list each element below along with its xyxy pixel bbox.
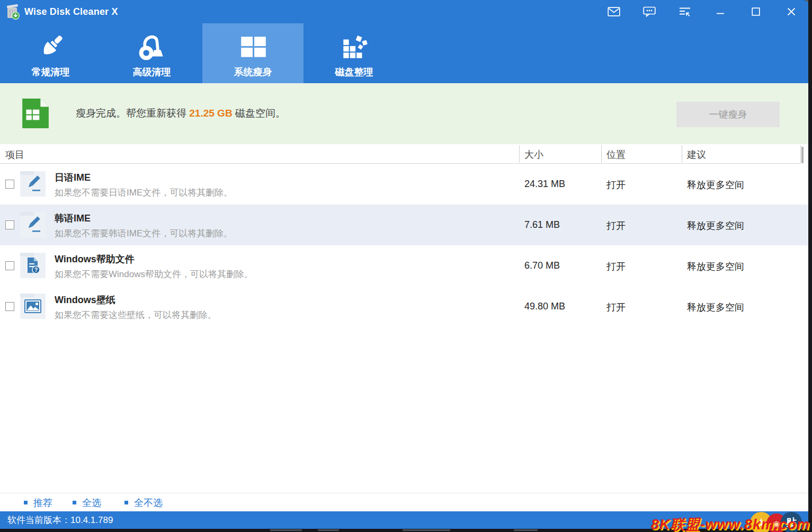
item-size: 6.70 MB bbox=[524, 260, 560, 271]
collapse-list-icon[interactable] bbox=[673, 0, 697, 23]
titlebar-actions bbox=[591, 0, 804, 23]
background-artifact bbox=[318, 529, 339, 531]
result-message-suffix: 磁盘空间。 bbox=[233, 108, 285, 119]
row-checkbox[interactable] bbox=[5, 261, 14, 270]
item-title: 韩语IME bbox=[55, 212, 91, 225]
one-click-slim-button[interactable]: 一键瘦身 bbox=[676, 102, 780, 127]
open-link[interactable]: 打开 bbox=[606, 260, 626, 273]
recommend-link[interactable]: 推荐 bbox=[24, 493, 52, 512]
item-size: 7.61 MB bbox=[524, 219, 560, 230]
item-description: 如果您不需要韩语IME文件，可以将其删除。 bbox=[55, 227, 233, 240]
scrollbar-thumb[interactable] bbox=[801, 147, 804, 163]
item-suggestion: 释放更多空间 bbox=[687, 301, 744, 314]
column-divider bbox=[601, 145, 602, 163]
recommend-label: 推荐 bbox=[33, 496, 52, 509]
version-label: 软件当前版本：10.4.1.789 bbox=[7, 511, 113, 529]
bullet-icon bbox=[124, 501, 128, 504]
result-banner: 瘦身完成。帮您重新获得 21.25 GB 磁盘空间。 一键瘦身 bbox=[0, 83, 809, 144]
tab-system-slim[interactable]: 系统瘦身 bbox=[202, 23, 304, 83]
svg-text:?: ? bbox=[34, 267, 38, 273]
background-artifact bbox=[270, 529, 302, 531]
titlebar: Wise Disk Cleaner X bbox=[0, 0, 809, 23]
row-checkbox[interactable] bbox=[5, 220, 14, 229]
column-header-size[interactable]: 大小 bbox=[524, 148, 543, 161]
column-header-item[interactable]: 项目 bbox=[5, 148, 24, 161]
background-window-edge-right bbox=[808, 0, 812, 532]
item-description: 如果您不需要Windows帮助文件，可以将其删除。 bbox=[55, 268, 253, 280]
item-title: Windows帮助文件 bbox=[55, 253, 135, 265]
close-icon[interactable] bbox=[779, 0, 804, 23]
item-description: 如果您不需要这些壁纸，可以将其删除。 bbox=[55, 309, 217, 321]
help-file-icon: ? bbox=[20, 253, 46, 278]
select-all-label: 全选 bbox=[82, 496, 101, 509]
defrag-icon bbox=[339, 31, 370, 64]
column-divider bbox=[800, 145, 801, 163]
open-link[interactable]: 打开 bbox=[606, 219, 626, 232]
folder-pencil-icon bbox=[20, 171, 46, 197]
minimize-icon[interactable] bbox=[708, 0, 733, 23]
watermark-text: 8K联盟-www.8km.com bbox=[651, 515, 810, 532]
result-message: 瘦身完成。帮您重新获得 21.25 GB 磁盘空间。 bbox=[76, 107, 285, 120]
tab-label: 常规清理 bbox=[32, 66, 70, 78]
result-message-prefix: 瘦身完成。帮您重新获得 bbox=[76, 108, 189, 119]
brush-icon bbox=[35, 31, 66, 64]
item-title: 日语IME bbox=[55, 171, 91, 184]
table-row-windows-wallpaper[interactable]: Windows壁纸 如果您不需要这些壁纸，可以将其删除。 49.80 MB 打开… bbox=[0, 286, 809, 327]
table-header: 项目 大小 位置 建议 bbox=[0, 144, 809, 164]
selection-footer: 推荐 全选 全不选 bbox=[0, 493, 809, 511]
row-checkbox[interactable] bbox=[5, 180, 14, 189]
deselect-all-link[interactable]: 全不选 bbox=[124, 493, 163, 512]
bullet-icon bbox=[24, 501, 28, 504]
item-suggestion: 释放更多空间 bbox=[687, 179, 744, 191]
feedback-chat-icon[interactable] bbox=[637, 0, 662, 23]
background-artifact bbox=[403, 529, 450, 531]
table-row-japanese-ime[interactable]: 日语IME 如果您不需要日语IME文件，可以将其删除。 24.31 MB 打开 … bbox=[0, 164, 809, 205]
windows-logo-icon bbox=[238, 31, 269, 64]
background-artifact bbox=[514, 529, 538, 531]
tab-advanced-clean[interactable]: 高级清理 bbox=[101, 23, 202, 83]
mail-icon[interactable] bbox=[602, 0, 626, 23]
table-row-korean-ime[interactable]: 韩语IME 如果您不需要韩语IME文件，可以将其删除。 7.61 MB 打开 释… bbox=[0, 205, 809, 245]
tab-label: 系统瘦身 bbox=[234, 66, 272, 78]
select-all-link[interactable]: 全选 bbox=[73, 493, 101, 512]
freed-space-value: 21.25 GB bbox=[189, 108, 232, 119]
tab-regular-clean[interactable]: 常规清理 bbox=[0, 23, 101, 83]
row-checkbox[interactable] bbox=[5, 302, 14, 311]
folder-pencil-icon bbox=[20, 212, 46, 237]
item-size: 24.31 MB bbox=[524, 179, 565, 190]
item-size: 49.80 MB bbox=[524, 301, 565, 312]
column-header-suggestion[interactable]: 建议 bbox=[687, 148, 706, 161]
green-windows-doc-icon bbox=[21, 99, 49, 130]
nav-tabs: 常规清理 高级清理 系统瘦身 bbox=[0, 23, 809, 83]
deselect-all-label: 全不选 bbox=[134, 496, 163, 509]
tab-disk-defrag[interactable]: 磁盘整理 bbox=[304, 23, 405, 83]
wallpaper-icon bbox=[20, 294, 46, 319]
maximize-icon[interactable] bbox=[744, 0, 768, 23]
item-suggestion: 释放更多空间 bbox=[687, 219, 744, 232]
tab-label: 磁盘整理 bbox=[335, 66, 373, 78]
table-row-windows-help[interactable]: ? Windows帮助文件 如果您不需要Windows帮助文件，可以将其删除。 … bbox=[0, 245, 809, 286]
app-window: Wise Disk Cleaner X bbox=[0, 0, 812, 532]
open-link[interactable]: 打开 bbox=[606, 179, 626, 191]
column-divider bbox=[519, 145, 520, 163]
vacuum-icon bbox=[137, 31, 167, 64]
cleanup-items-list: 日语IME 如果您不需要日语IME文件，可以将其删除。 24.31 MB 打开 … bbox=[0, 164, 809, 327]
item-suggestion: 释放更多空间 bbox=[687, 260, 744, 273]
bullet-icon bbox=[73, 501, 76, 504]
app-trash-icon bbox=[5, 4, 20, 20]
app-title: Wise Disk Cleaner X bbox=[24, 6, 118, 17]
column-divider bbox=[682, 145, 682, 163]
open-link[interactable]: 打开 bbox=[606, 301, 626, 314]
item-title: Windows壁纸 bbox=[55, 294, 115, 306]
column-header-location[interactable]: 位置 bbox=[606, 148, 626, 161]
item-description: 如果您不需要日语IME文件，可以将其删除。 bbox=[55, 187, 233, 199]
tab-label: 高级清理 bbox=[133, 66, 171, 78]
